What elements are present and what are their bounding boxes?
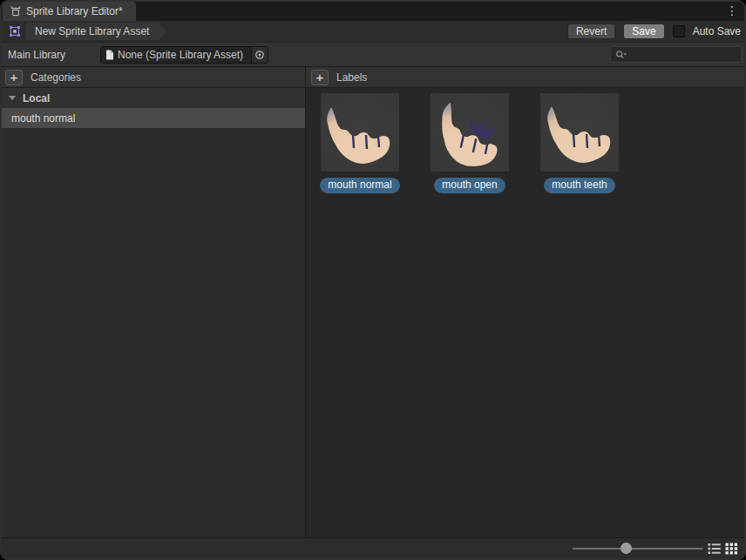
local-group-foldout[interactable]: Local	[0, 88, 305, 108]
panel-divider[interactable]	[305, 66, 306, 537]
labels-header-label: Labels	[336, 71, 367, 84]
label-cell-mouth-teeth: mouth teeth	[540, 93, 619, 193]
toolbar-actions: Revert Save Auto Save	[567, 24, 741, 39]
object-field-value: None (Sprite Library Asset)	[118, 49, 251, 61]
bottom-bar	[0, 537, 746, 560]
toolbar: New Sprite Library Asset Revert Save Aut…	[0, 21, 746, 42]
tab-title: Sprite Library Editor*	[26, 5, 123, 17]
labels-header: + Labels	[306, 66, 746, 88]
list-view-icon[interactable]	[708, 543, 721, 555]
main-library-row: Main Library None (Sprite Library Asset)	[0, 42, 746, 66]
document-icon	[105, 50, 114, 60]
sprite-label-pill[interactable]: mouth open	[434, 178, 505, 193]
label-cell-mouth-open: mouth open	[431, 93, 509, 193]
sprite-thumbnail-mouth-normal[interactable]	[321, 93, 399, 172]
sprite-thumbnail-mouth-teeth[interactable]	[540, 93, 619, 172]
group-label: Local	[23, 92, 50, 105]
breadcrumb[interactable]: New Sprite Library Asset	[26, 23, 166, 40]
categories-header-label: Categories	[31, 71, 81, 84]
search-input[interactable]	[630, 49, 736, 61]
label-pill-wrap: mouth open	[434, 176, 505, 193]
tab-sprite-library-editor[interactable]: Sprite Library Editor*	[3, 2, 136, 21]
thumbnail-size-slider-knob[interactable]	[621, 543, 632, 554]
label-cell-mouth-normal: mouth normal	[321, 93, 399, 193]
add-label-button[interactable]: +	[311, 70, 329, 85]
sprite-label-pill[interactable]: mouth teeth	[544, 178, 614, 193]
main-library-label: Main Library	[8, 43, 65, 67]
grid-view-icon[interactable]	[725, 543, 738, 555]
search-icon	[615, 50, 627, 60]
object-picker-button[interactable]	[251, 47, 268, 63]
sprite-library-editor-icon	[10, 5, 22, 17]
search-field[interactable]	[610, 46, 742, 63]
tab-bar: Sprite Library Editor* ⋮	[0, 0, 746, 21]
revert-button[interactable]: Revert	[567, 24, 615, 39]
auto-save-label: Auto Save	[693, 25, 741, 37]
categories-panel: Local mouth normal	[0, 88, 305, 537]
sprite-label-pill[interactable]: mouth normal	[320, 178, 399, 193]
sprite-library-asset-icon	[8, 24, 22, 38]
sprite-thumbnail-mouth-open[interactable]	[431, 93, 509, 172]
kebab-menu-icon[interactable]: ⋮	[726, 3, 738, 18]
thumbnail-size-slider-track[interactable]	[573, 548, 703, 550]
category-label: mouth normal	[11, 112, 75, 125]
foldout-triangle-icon	[9, 96, 16, 100]
label-pill-wrap: mouth teeth	[544, 176, 614, 193]
label-pill-wrap: mouth normal	[320, 176, 399, 193]
save-button[interactable]: Save	[623, 24, 664, 39]
object-picker-icon	[254, 50, 265, 60]
categories-header: + Categories	[0, 66, 305, 88]
labels-panel: mouth normal mouth open mouth teeth	[306, 88, 746, 537]
breadcrumb-label: New Sprite Library Asset	[35, 25, 149, 37]
add-category-button[interactable]: +	[5, 70, 23, 85]
sprite-library-editor-window: Sprite Library Editor* ⋮ New Sprite Libr…	[0, 0, 746, 560]
main-library-object-field[interactable]: None (Sprite Library Asset)	[100, 46, 268, 64]
auto-save-checkbox[interactable]	[673, 25, 685, 37]
category-row-mouth-normal[interactable]: mouth normal	[0, 108, 305, 128]
